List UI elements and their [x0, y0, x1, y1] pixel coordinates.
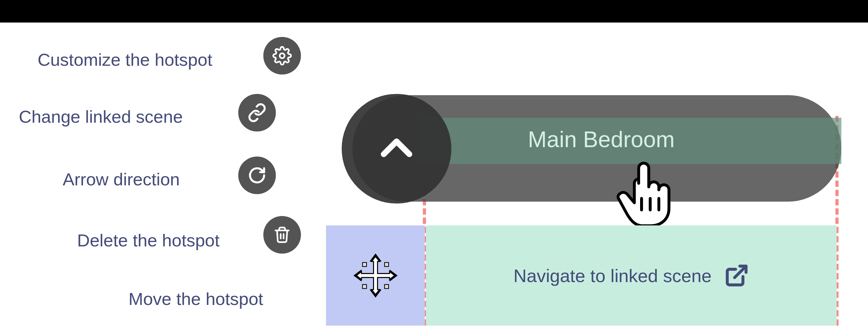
- chevron-up-icon: [375, 127, 418, 171]
- arrow-direction-label: Arrow direction: [63, 169, 180, 190]
- rotate-icon: [248, 166, 267, 185]
- delete-hotspot-button[interactable]: [263, 216, 301, 254]
- change-linked-scene-button[interactable]: [238, 94, 276, 132]
- move-hotspot-label: Move the hotspot: [128, 289, 263, 309]
- svg-rect-7: [362, 284, 367, 289]
- change-linked-scene-label: Change linked scene: [19, 106, 183, 127]
- delete-hotspot-label: Delete the hotspot: [77, 230, 220, 250]
- move-icon: [350, 250, 401, 301]
- external-link-icon: [724, 263, 749, 288]
- navigate-to-linked-scene-label: Navigate to linked scene: [514, 265, 712, 286]
- navigate-to-linked-scene-panel[interactable]: Navigate to linked scene: [426, 226, 837, 326]
- expand-up-button[interactable]: [342, 94, 452, 203]
- scene-title-text: Main Bedroom: [528, 127, 675, 152]
- link-icon: [247, 103, 267, 123]
- customize-hotspot-label: Customize the hotspot: [38, 49, 212, 70]
- svg-line-4: [735, 266, 746, 278]
- svg-rect-8: [384, 284, 389, 289]
- move-hotspot-handle[interactable]: [326, 226, 425, 326]
- arrow-direction-button[interactable]: [238, 157, 276, 194]
- svg-point-0: [280, 53, 285, 58]
- gear-icon: [272, 46, 292, 65]
- customize-hotspot-button[interactable]: [263, 37, 301, 74]
- svg-rect-6: [384, 262, 389, 266]
- svg-rect-5: [362, 262, 367, 266]
- top-black-bar: [0, 0, 868, 23]
- trash-icon: [273, 226, 291, 243]
